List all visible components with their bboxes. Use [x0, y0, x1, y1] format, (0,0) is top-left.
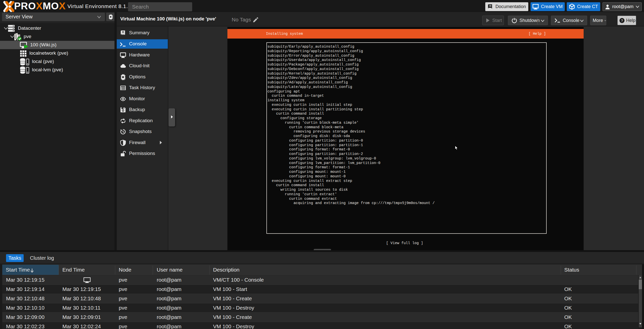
svg-text:?: ? [621, 18, 623, 22]
